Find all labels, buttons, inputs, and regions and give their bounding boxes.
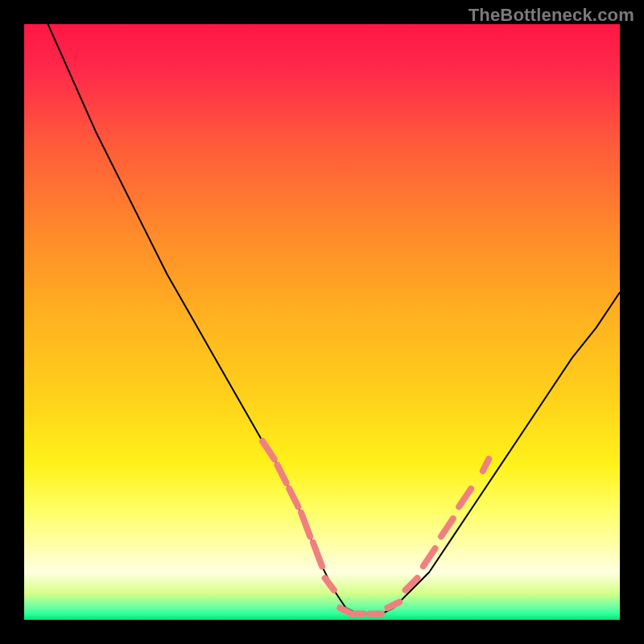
dash-segment: [278, 465, 287, 483]
curve-layer: [24, 24, 620, 620]
outer-frame: TheBottleneck.com: [0, 0, 644, 644]
watermark-text: TheBottleneck.com: [469, 5, 634, 26]
dash-segment: [289, 489, 298, 506]
dash-segment: [423, 548, 436, 566]
dash-segment: [301, 513, 310, 537]
dash-segment: [406, 578, 418, 590]
dash-segment: [387, 602, 399, 608]
dash-segment: [483, 459, 489, 471]
dash-segment: [441, 518, 453, 536]
dash-segment: [262, 441, 275, 459]
dash-segment: [340, 608, 352, 613]
dash-segment: [459, 489, 471, 506]
bottleneck-curve: [48, 24, 620, 614]
dash-segment: [313, 543, 322, 567]
plot-area: [24, 24, 620, 620]
dash-segment: [325, 578, 334, 590]
